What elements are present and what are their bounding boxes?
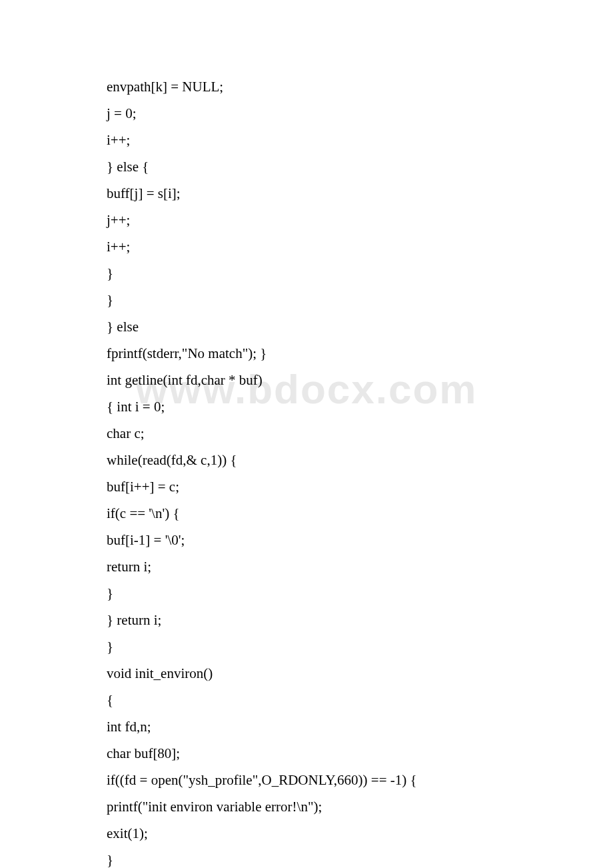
code-line: char buf[80]; (107, 740, 506, 767)
code-line: } (107, 287, 506, 313)
code-line: i++; (107, 127, 506, 153)
code-line: } else { (107, 153, 506, 180)
code-line: envpath[k] = NULL; (107, 73, 506, 100)
code-line: return i; (107, 553, 506, 580)
code-line: void init_environ() (107, 660, 506, 687)
code-line: } (107, 260, 506, 287)
code-line: i++; (107, 233, 506, 260)
code-line: buff[j] = s[i]; (107, 180, 506, 207)
code-line: j++; (107, 207, 506, 233)
code-line: { int i = 0; (107, 393, 506, 420)
code-line: { (107, 687, 506, 713)
code-line: if(c == '\n') { (107, 500, 506, 527)
code-line: exit(1); (107, 820, 506, 847)
code-line: } (107, 580, 506, 607)
code-line: char c; (107, 420, 506, 447)
code-line: buf[i++] = c; (107, 473, 506, 500)
code-line: while(read(fd,& c,1)) { (107, 447, 506, 473)
code-line: } else (107, 313, 506, 340)
code-line: } return i; (107, 607, 506, 633)
code-line: } (107, 633, 506, 660)
code-line: printf("init environ variable error!\n")… (107, 793, 506, 820)
code-line: j = 0; (107, 100, 506, 127)
code-line: if((fd = open("ysh_profile",O_RDONLY,660… (107, 767, 506, 793)
code-line: int fd,n; (107, 713, 506, 740)
code-line: } (107, 847, 506, 868)
code-line: int getline(int fd,char * buf) (107, 367, 506, 393)
document-content: envpath[k] = NULL; j = 0; i++; } else { … (0, 0, 613, 868)
code-line: fprintf(stderr,"No match"); } (107, 340, 506, 367)
code-line: buf[i-1] = '\0'; (107, 527, 506, 553)
